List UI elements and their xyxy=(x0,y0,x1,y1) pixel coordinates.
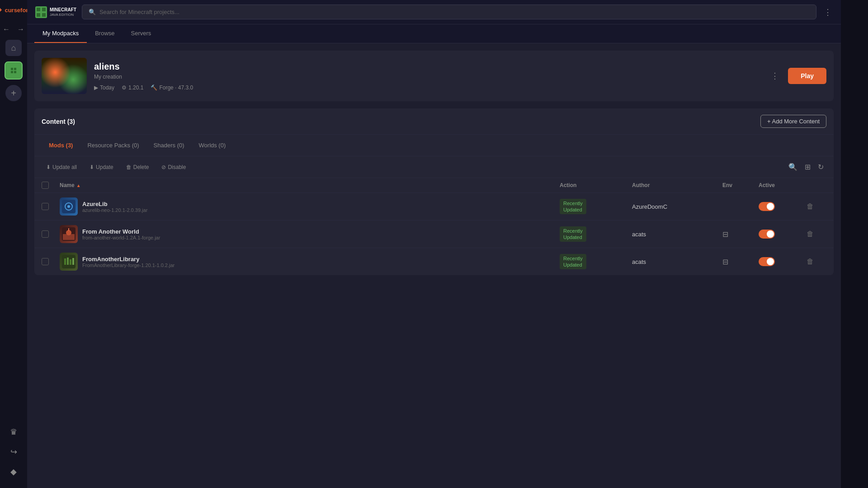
search-bar[interactable]: 🔍 xyxy=(82,5,816,19)
svg-rect-10 xyxy=(37,13,40,17)
row3-active-cell xyxy=(759,257,804,266)
modpack-options-button[interactable]: ⋮ xyxy=(767,69,783,83)
azurelib-icon xyxy=(60,197,78,216)
tab-my-modpacks[interactable]: My Modpacks xyxy=(34,24,87,43)
content-title: Content (3) xyxy=(42,118,75,125)
row2-action-cell: RecentlyUpdated xyxy=(560,226,632,242)
view-buttons: 🔍 ⊞ ↻ xyxy=(786,161,826,173)
row3-env-icon: ⊟ xyxy=(722,258,728,266)
fromlibrary-icon-svg xyxy=(62,255,75,268)
row1-status-badge: RecentlyUpdated xyxy=(560,199,586,215)
search-view-button[interactable]: 🔍 xyxy=(786,161,800,173)
nav-forward-button[interactable]: → xyxy=(14,24,27,34)
sub-tab-shaders[interactable]: Shaders (0) xyxy=(146,139,192,151)
row2-toggle[interactable] xyxy=(759,230,775,239)
row1-active-cell xyxy=(759,202,804,211)
discord-icon: ◆ xyxy=(10,467,17,477)
svg-text:CF: CF xyxy=(0,8,0,13)
row3-action-cell: RecentlyUpdated xyxy=(560,254,632,270)
azurelib-name-text: AzureLib azurelib-neo-1.20.1-2.0.39.jar xyxy=(82,201,147,213)
sub-tab-worlds[interactable]: Worlds (0) xyxy=(192,139,233,151)
play-button[interactable]: Play xyxy=(788,68,826,84)
right-sidebar xyxy=(841,0,868,488)
content-area: aliens My creation ▶ Today ⚙ 1.20.1 🔨 Fo… xyxy=(27,43,841,488)
table-row: From Another World from-another-world-1.… xyxy=(34,221,834,248)
content-section: Content (3) + Add More Content Mods (3) … xyxy=(34,108,834,275)
curseforge-logo: CF xyxy=(0,5,3,15)
update-button[interactable]: ⬇ Update xyxy=(85,162,118,172)
disable-button[interactable]: ⊘ Disable xyxy=(157,162,190,172)
col-checkbox-header xyxy=(42,182,60,189)
svg-rect-8 xyxy=(37,8,40,11)
add-game-button[interactable]: + xyxy=(5,85,22,101)
main-area: MINECRAFT JAVA EDITION 🔍 ⋮ My Modpacks B… xyxy=(27,0,841,488)
row1-name-cell: AzureLib azurelib-neo-1.20.1-2.0.39.jar xyxy=(60,197,560,216)
minecraft-logo-text: MINECRAFT JAVA EDITION xyxy=(50,7,76,17)
refresh-button[interactable]: ↻ xyxy=(815,161,826,173)
col-action-header: Action xyxy=(560,182,632,189)
refresh-icon: ↻ xyxy=(818,163,824,171)
minecraft-icon xyxy=(8,65,19,76)
row2-author-cell: acats xyxy=(632,231,722,238)
col-env-header: Env xyxy=(722,182,759,189)
modpack-thumbnail xyxy=(42,58,87,94)
sub-tab-mods[interactable]: Mods (3) xyxy=(42,139,80,151)
fromlibrary-icon xyxy=(60,253,78,271)
row1-delete-button[interactable]: 🗑 xyxy=(804,202,816,211)
row2-active-cell xyxy=(759,230,804,239)
discord-button[interactable]: ◆ xyxy=(6,465,21,479)
row3-checkbox[interactable] xyxy=(42,258,49,265)
play-time-icon: ▶ xyxy=(94,84,98,91)
col-name-header[interactable]: Name ▲ xyxy=(60,182,560,189)
svg-rect-4 xyxy=(14,68,16,70)
more-options-icon[interactable]: ⋮ xyxy=(822,5,834,19)
modpack-last-played: ▶ Today xyxy=(94,84,114,91)
row3-delete-button[interactable]: 🗑 xyxy=(804,257,816,267)
fromworld-name-text: From Another World from-another-world-1.… xyxy=(82,228,160,240)
row1-toggle[interactable] xyxy=(759,202,775,211)
add-content-button[interactable]: + Add More Content xyxy=(760,115,826,128)
modpack-subtitle: My creation xyxy=(94,74,760,80)
row3-toggle[interactable] xyxy=(759,257,775,266)
col-active-header: Active xyxy=(759,182,804,189)
minecraft-game-button[interactable] xyxy=(5,61,23,80)
sub-tab-resource-packs[interactable]: Resource Packs (0) xyxy=(80,139,146,151)
sub-tabs: Mods (3) Resource Packs (0) Shaders (0) … xyxy=(34,135,834,156)
nav-arrows: ← → xyxy=(0,24,27,34)
home-button[interactable]: ⌂ xyxy=(5,40,22,56)
version-icon: ⚙ xyxy=(122,84,127,91)
action-row: ⬇ Update all ⬇ Update 🗑 Delete ⊘ Disable xyxy=(34,156,834,178)
row2-delete-button[interactable]: 🗑 xyxy=(804,229,816,239)
disable-icon: ⊘ xyxy=(161,164,166,170)
update-all-button[interactable]: ⬇ Update all xyxy=(42,162,81,172)
nav-back-button[interactable]: ← xyxy=(0,24,13,34)
sort-arrow-icon: ▲ xyxy=(76,183,81,188)
crown-icon: ♛ xyxy=(10,427,17,437)
grid-view-button[interactable]: ⊞ xyxy=(802,161,813,173)
top-bar: MINECRAFT JAVA EDITION 🔍 ⋮ xyxy=(27,0,841,24)
row3-author-cell: acats xyxy=(632,258,722,265)
row3-status-badge: RecentlyUpdated xyxy=(560,254,586,270)
home-icon: ⌂ xyxy=(11,43,16,53)
delete-icon: 🗑 xyxy=(126,164,132,170)
far-left-sidebar: CF curseforge ← → ⌂ + ♛ ↪ ◆ xyxy=(0,0,27,488)
tab-servers[interactable]: Servers xyxy=(123,24,160,43)
update-all-icon: ⬇ xyxy=(46,164,51,170)
modpack-version: ⚙ 1.20.1 xyxy=(122,84,143,91)
svg-point-14 xyxy=(67,205,70,208)
crown-button[interactable]: ♛ xyxy=(6,425,21,439)
top-bar-right: ⋮ xyxy=(822,5,834,19)
modpack-thumbnail-image xyxy=(42,58,87,94)
row1-checkbox[interactable] xyxy=(42,203,49,210)
login-button[interactable]: ↪ xyxy=(6,445,21,459)
row2-checkbox[interactable] xyxy=(42,230,49,238)
nav-tabs: My Modpacks Browse Servers xyxy=(27,24,841,43)
tab-browse[interactable]: Browse xyxy=(87,24,123,43)
row2-delete-cell: 🗑 xyxy=(804,229,826,239)
select-all-checkbox[interactable] xyxy=(42,182,49,189)
delete-selected-button[interactable]: 🗑 Delete xyxy=(122,162,154,172)
table-header: Name ▲ Action Author Env Active xyxy=(34,178,834,193)
search-input[interactable] xyxy=(99,9,810,15)
modpack-name: aliens xyxy=(94,61,760,72)
bottom-sidebar-icons: ♛ ↪ ◆ xyxy=(6,425,21,483)
